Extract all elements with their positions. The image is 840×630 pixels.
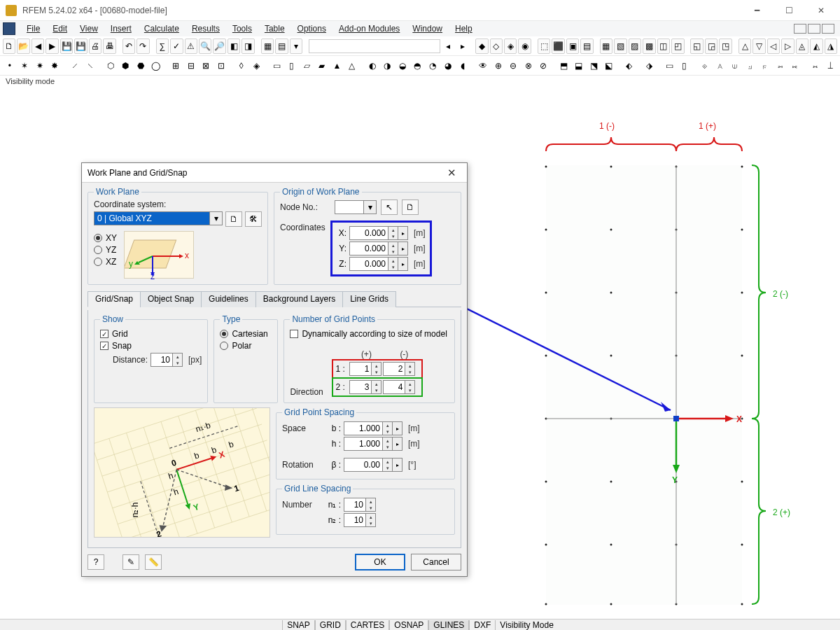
w4-icon[interactable]: ⟑ [713,58,727,74]
dialog-close-icon[interactable]: ✕ [442,167,461,179]
w10-icon[interactable]: ⟗ [808,58,822,74]
status-grid[interactable]: GRID [315,620,346,630]
disp4-icon[interactable]: ▩ [643,38,655,54]
find-icon[interactable]: 🔍 [199,38,211,54]
v7-icon[interactable]: ⬓ [572,58,586,74]
disp2-icon[interactable]: ▧ [614,38,626,54]
toggle1-icon[interactable]: ◧ [227,38,240,54]
w11-icon[interactable]: ⟘ [824,58,838,74]
n1-spinner[interactable]: ▴▾ [366,498,376,512]
type-cartesian-radio[interactable]: Cartesian [220,329,272,339]
s25-icon[interactable]: ◒ [396,58,410,74]
dir1-minus-input[interactable] [383,362,405,376]
s26-icon[interactable]: ◓ [411,58,425,74]
s27-icon[interactable]: ◔ [426,58,440,74]
tab-background-layers[interactable]: Background Layers [255,291,343,307]
status-snap[interactable]: SNAP [282,620,315,630]
s1-icon[interactable]: • [3,58,17,74]
dialog-titlebar[interactable]: Work Plane and Grid/Snap ✕ [82,163,467,183]
tool-b-icon[interactable]: ◇ [490,38,503,54]
next-icon[interactable]: ▶ [46,38,58,54]
g1-icon[interactable]: ◱ [690,38,703,54]
s18-icon[interactable]: ▯ [285,58,299,74]
tab-line-grids[interactable]: Line Grids [342,291,396,307]
g2-icon[interactable]: ◲ [705,38,718,54]
menu-file[interactable]: File [21,22,46,35]
menu-calculate[interactable]: Calculate [139,22,185,35]
s22-icon[interactable]: △ [345,58,359,74]
s5-icon[interactable]: ⟋ [69,58,83,74]
node-no-input[interactable] [335,200,364,214]
coord-x-spinner[interactable]: ▴▾ [388,226,398,240]
coord-x-pick-icon[interactable]: ▸ [398,226,408,240]
dialog-icon[interactable]: ▤ [275,38,288,54]
menu-results[interactable]: Results [186,22,225,35]
spacing-b-pick-icon[interactable]: ▸ [393,421,402,435]
v5-icon[interactable]: ⊘ [536,58,550,74]
mdi-close-icon[interactable] [822,24,834,34]
w9-icon[interactable]: ⟖ [788,58,802,74]
coord-y-pick-icon[interactable]: ▸ [398,241,408,255]
menu-edit[interactable]: Edit [47,22,73,35]
menu-addons[interactable]: Add-on Modules [333,22,405,35]
dir2-minus-input[interactable] [383,380,405,394]
menu-help[interactable]: Help [449,22,478,35]
spacing-b-input[interactable] [344,421,383,435]
s12-icon[interactable]: ⊟ [184,58,198,74]
menu-options[interactable]: Options [292,22,332,35]
disp6-icon[interactable]: ◰ [671,38,684,54]
coord-z-input[interactable] [349,257,388,271]
s9-icon[interactable]: ⬣ [134,58,148,74]
magnify-icon[interactable]: 🔎 [213,38,225,54]
m6-icon[interactable]: ◭ [810,38,822,54]
dir2-minus-spinner[interactable]: ▴▾ [405,380,415,394]
s17-icon[interactable]: ▭ [270,58,284,74]
s29-icon[interactable]: ◖ [456,58,470,74]
dropdown-icon[interactable]: ▾ [290,38,302,54]
units-button[interactable]: 📏 [145,554,162,570]
n2-spinner[interactable]: ▴▾ [366,513,376,527]
w3-icon[interactable]: ⟐ [698,58,712,74]
n2-input[interactable] [344,513,366,527]
result3-icon[interactable]: ▣ [566,38,579,54]
v10-icon[interactable]: ⬖ [622,58,636,74]
v3-icon[interactable]: ⊖ [506,58,520,74]
s21-icon[interactable]: ▲ [330,58,344,74]
w7-icon[interactable]: ⟔ [758,58,772,74]
pick-node-button[interactable]: ↖ [381,200,398,215]
rotation-pick-icon[interactable]: ▸ [393,458,402,472]
spacing-h-input[interactable] [344,437,383,451]
s23-icon[interactable]: ◐ [365,58,379,74]
status-glines[interactable]: GLINES [428,620,469,630]
w8-icon[interactable]: ⟕ [774,58,788,74]
nav-first-icon[interactable]: ◂ [442,38,454,54]
s2-icon[interactable]: ✶ [18,58,32,74]
coord-y-input[interactable] [349,241,388,255]
toggle2-icon[interactable]: ◨ [241,38,254,54]
show-grid-checkbox[interactable]: Grid [100,329,202,339]
menu-tools[interactable]: Tools [227,22,258,35]
dir1-minus-spinner[interactable]: ▴▾ [405,362,415,376]
close-button[interactable]: ✕ [805,0,837,21]
mdi-restore-icon[interactable] [808,24,820,34]
s3-icon[interactable]: ✷ [33,58,47,74]
g3-icon[interactable]: ◳ [719,38,732,54]
rotation-input[interactable] [344,458,383,472]
coord-sys-dropdown-icon[interactable]: ▾ [210,211,223,225]
undo-icon[interactable]: ↶ [122,38,135,54]
w6-icon[interactable]: ⟓ [743,58,757,74]
s24-icon[interactable]: ◑ [381,58,395,74]
result1-icon[interactable]: ⬚ [538,38,550,54]
coord-z-pick-icon[interactable]: ▸ [398,257,408,271]
tab-object-snap[interactable]: Object Snap [140,291,202,307]
cancel-button[interactable]: Cancel [411,554,461,570]
tab-guidelines[interactable]: Guidelines [201,291,256,307]
coord-z-spinner[interactable]: ▴▾ [388,257,398,271]
snap-distance-spinner[interactable]: ▴▾ [173,353,183,367]
coord-sys-select[interactable]: 0 | Global XYZ [94,211,210,225]
disp1-icon[interactable]: ▦ [600,38,612,54]
help-button[interactable]: ? [88,554,104,570]
dir1-plus-spinner[interactable]: ▴▾ [372,362,382,376]
plane-xz-radio[interactable]: XZ [94,257,117,267]
s4-icon[interactable]: ✸ [48,58,62,74]
